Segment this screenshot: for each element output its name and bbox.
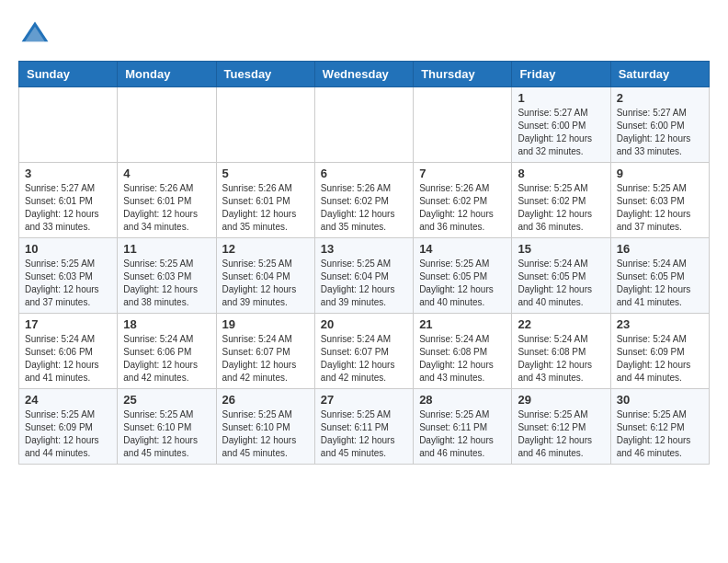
calendar-cell: 30Sunrise: 5:25 AM Sunset: 6:12 PM Dayli… (610, 389, 709, 465)
day-number: 23 (617, 317, 703, 331)
calendar-cell: 28Sunrise: 5:25 AM Sunset: 6:11 PM Dayli… (414, 389, 512, 465)
calendar-cell: 18Sunrise: 5:24 AM Sunset: 6:06 PM Dayli… (118, 314, 216, 389)
weekday-header: Tuesday (216, 62, 314, 87)
day-number: 20 (321, 317, 407, 331)
calendar-cell: 7Sunrise: 5:26 AM Sunset: 6:02 PM Daylig… (414, 163, 512, 238)
calendar-cell: 12Sunrise: 5:25 AM Sunset: 6:04 PM Dayli… (216, 238, 314, 314)
day-number: 9 (617, 167, 703, 180)
calendar-cell: 15Sunrise: 5:24 AM Sunset: 6:05 PM Dayli… (512, 238, 610, 314)
day-info: Sunrise: 5:25 AM Sunset: 6:03 PM Dayligh… (123, 258, 210, 309)
calendar-cell: 8Sunrise: 5:25 AM Sunset: 6:02 PM Daylig… (512, 163, 610, 238)
day-number: 5 (222, 167, 309, 180)
calendar-cell: 4Sunrise: 5:26 AM Sunset: 6:01 PM Daylig… (118, 163, 216, 238)
day-info: Sunrise: 5:25 AM Sunset: 6:04 PM Dayligh… (222, 258, 309, 309)
day-info: Sunrise: 5:25 AM Sunset: 6:04 PM Dayligh… (321, 258, 407, 309)
calendar-cell: 22Sunrise: 5:24 AM Sunset: 6:08 PM Dayli… (512, 314, 610, 389)
calendar-cell: 9Sunrise: 5:25 AM Sunset: 6:03 PM Daylig… (610, 163, 709, 238)
calendar-cell: 2Sunrise: 5:27 AM Sunset: 6:00 PM Daylig… (610, 87, 709, 163)
calendar-week-row: 1Sunrise: 5:27 AM Sunset: 6:00 PM Daylig… (19, 87, 710, 163)
day-info: Sunrise: 5:25 AM Sunset: 6:02 PM Dayligh… (518, 182, 604, 234)
weekday-header: Thursday (414, 62, 512, 87)
day-number: 29 (518, 393, 604, 407)
day-info: Sunrise: 5:27 AM Sunset: 6:00 PM Dayligh… (518, 107, 604, 158)
calendar-cell: 20Sunrise: 5:24 AM Sunset: 6:07 PM Dayli… (314, 314, 413, 389)
day-number: 15 (518, 242, 604, 256)
day-info: Sunrise: 5:24 AM Sunset: 6:07 PM Dayligh… (222, 333, 309, 385)
day-number: 14 (419, 242, 506, 256)
calendar-header-row: SundayMondayTuesdayWednesdayThursdayFrid… (19, 62, 710, 87)
day-info: Sunrise: 5:26 AM Sunset: 6:01 PM Dayligh… (123, 182, 210, 234)
day-number: 30 (617, 393, 703, 407)
page-header (18, 18, 710, 52)
day-number: 22 (518, 317, 604, 331)
calendar-cell: 16Sunrise: 5:24 AM Sunset: 6:05 PM Dayli… (610, 238, 709, 314)
calendar-cell: 10Sunrise: 5:25 AM Sunset: 6:03 PM Dayli… (19, 238, 118, 314)
calendar-cell (118, 87, 216, 163)
day-info: Sunrise: 5:24 AM Sunset: 6:09 PM Dayligh… (617, 333, 703, 385)
day-number: 10 (25, 242, 111, 256)
calendar-cell: 19Sunrise: 5:24 AM Sunset: 6:07 PM Dayli… (216, 314, 314, 389)
calendar-cell (314, 87, 413, 163)
calendar-cell: 14Sunrise: 5:25 AM Sunset: 6:05 PM Dayli… (414, 238, 512, 314)
day-number: 4 (123, 167, 210, 180)
calendar-week-row: 3Sunrise: 5:27 AM Sunset: 6:01 PM Daylig… (19, 163, 710, 238)
calendar-cell: 13Sunrise: 5:25 AM Sunset: 6:04 PM Dayli… (314, 238, 413, 314)
day-number: 6 (321, 167, 407, 180)
weekday-header: Saturday (610, 62, 709, 87)
day-info: Sunrise: 5:25 AM Sunset: 6:03 PM Dayligh… (25, 258, 111, 309)
day-info: Sunrise: 5:25 AM Sunset: 6:10 PM Dayligh… (123, 408, 210, 460)
day-info: Sunrise: 5:26 AM Sunset: 6:02 PM Dayligh… (321, 182, 407, 234)
weekday-header: Wednesday (314, 62, 413, 87)
day-number: 18 (123, 317, 210, 331)
calendar-table: SundayMondayTuesdayWednesdayThursdayFrid… (18, 61, 710, 465)
calendar-cell: 24Sunrise: 5:25 AM Sunset: 6:09 PM Dayli… (19, 389, 118, 465)
day-info: Sunrise: 5:24 AM Sunset: 6:06 PM Dayligh… (25, 333, 111, 385)
weekday-header: Sunday (19, 62, 118, 87)
day-info: Sunrise: 5:25 AM Sunset: 6:11 PM Dayligh… (321, 408, 407, 460)
calendar-cell: 17Sunrise: 5:24 AM Sunset: 6:06 PM Dayli… (19, 314, 118, 389)
day-info: Sunrise: 5:24 AM Sunset: 6:05 PM Dayligh… (518, 258, 604, 309)
calendar-cell: 3Sunrise: 5:27 AM Sunset: 6:01 PM Daylig… (19, 163, 118, 238)
calendar-cell: 25Sunrise: 5:25 AM Sunset: 6:10 PM Dayli… (118, 389, 216, 465)
calendar-cell: 1Sunrise: 5:27 AM Sunset: 6:00 PM Daylig… (512, 87, 610, 163)
calendar-week-row: 24Sunrise: 5:25 AM Sunset: 6:09 PM Dayli… (19, 389, 710, 465)
day-number: 25 (123, 393, 210, 407)
day-info: Sunrise: 5:24 AM Sunset: 6:08 PM Dayligh… (419, 333, 506, 385)
calendar-cell: 26Sunrise: 5:25 AM Sunset: 6:10 PM Dayli… (216, 389, 314, 465)
day-info: Sunrise: 5:25 AM Sunset: 6:03 PM Dayligh… (617, 182, 703, 234)
calendar-cell: 27Sunrise: 5:25 AM Sunset: 6:11 PM Dayli… (314, 389, 413, 465)
calendar-week-row: 17Sunrise: 5:24 AM Sunset: 6:06 PM Dayli… (19, 314, 710, 389)
day-number: 27 (321, 393, 407, 407)
calendar-cell: 11Sunrise: 5:25 AM Sunset: 6:03 PM Dayli… (118, 238, 216, 314)
calendar-cell: 6Sunrise: 5:26 AM Sunset: 6:02 PM Daylig… (314, 163, 413, 238)
day-number: 28 (419, 393, 506, 407)
day-number: 3 (25, 167, 111, 180)
day-number: 12 (222, 242, 309, 256)
day-info: Sunrise: 5:27 AM Sunset: 6:00 PM Dayligh… (617, 107, 703, 158)
logo-icon (18, 18, 51, 52)
day-info: Sunrise: 5:25 AM Sunset: 6:12 PM Dayligh… (617, 408, 703, 460)
day-info: Sunrise: 5:24 AM Sunset: 6:05 PM Dayligh… (617, 258, 703, 309)
day-info: Sunrise: 5:24 AM Sunset: 6:06 PM Dayligh… (123, 333, 210, 385)
day-number: 16 (617, 242, 703, 256)
day-info: Sunrise: 5:26 AM Sunset: 6:02 PM Dayligh… (419, 182, 506, 234)
day-number: 13 (321, 242, 407, 256)
calendar-cell (216, 87, 314, 163)
day-info: Sunrise: 5:24 AM Sunset: 6:07 PM Dayligh… (321, 333, 407, 385)
day-number: 7 (419, 167, 506, 180)
calendar-cell (19, 87, 118, 163)
day-number: 17 (25, 317, 111, 331)
day-number: 24 (25, 393, 111, 407)
day-info: Sunrise: 5:25 AM Sunset: 6:11 PM Dayligh… (419, 408, 506, 460)
day-info: Sunrise: 5:25 AM Sunset: 6:12 PM Dayligh… (518, 408, 604, 460)
day-number: 19 (222, 317, 309, 331)
day-number: 1 (518, 91, 604, 105)
day-info: Sunrise: 5:26 AM Sunset: 6:01 PM Dayligh… (222, 182, 309, 234)
calendar-cell: 21Sunrise: 5:24 AM Sunset: 6:08 PM Dayli… (414, 314, 512, 389)
calendar-cell (414, 87, 512, 163)
day-info: Sunrise: 5:27 AM Sunset: 6:01 PM Dayligh… (25, 182, 111, 234)
day-number: 26 (222, 393, 309, 407)
calendar-cell: 23Sunrise: 5:24 AM Sunset: 6:09 PM Dayli… (610, 314, 709, 389)
weekday-header: Monday (118, 62, 216, 87)
day-info: Sunrise: 5:24 AM Sunset: 6:08 PM Dayligh… (518, 333, 604, 385)
